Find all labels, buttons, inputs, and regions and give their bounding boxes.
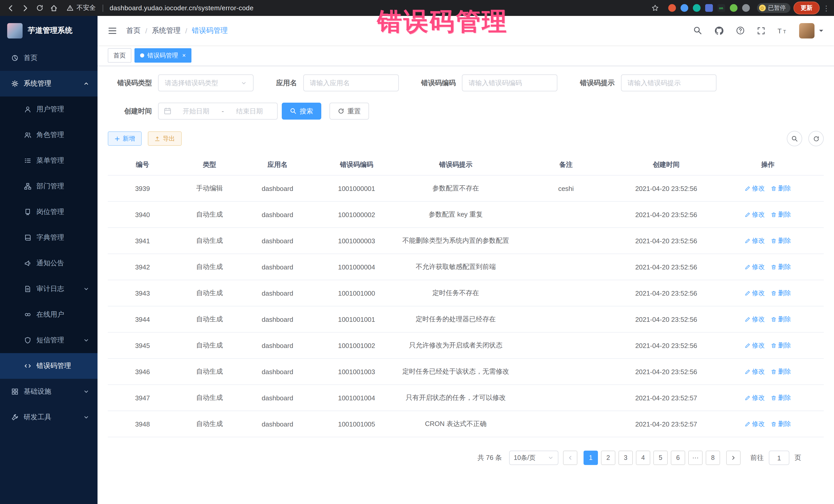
page-button-3[interactable]: 3 [618, 451, 633, 465]
delete-link[interactable]: 删除 [771, 210, 791, 219]
sidebar-item-error-code-management[interactable]: 错误码管理 [0, 353, 97, 379]
toggle-search-button[interactable] [787, 131, 802, 146]
page-button-4[interactable]: 4 [636, 451, 650, 465]
drop-icon[interactable] [680, 4, 688, 12]
sidebar-item-system-management[interactable]: 系统管理 [0, 71, 97, 96]
trash-icon [771, 316, 776, 322]
page-button-8[interactable]: 8 [706, 451, 720, 465]
switch-on-icon[interactable]: on [717, 4, 725, 12]
delete-link[interactable]: 删除 [771, 184, 791, 193]
bookmark-star-icon[interactable] [650, 2, 661, 14]
app-name-input[interactable] [303, 74, 398, 91]
sidebar-item-post-management[interactable]: 岗位管理 [0, 199, 97, 225]
delete-link[interactable]: 删除 [771, 263, 791, 271]
delete-link[interactable]: 删除 [771, 393, 791, 402]
hamburger-icon[interactable] [108, 26, 117, 35]
breadcrumb-item[interactable]: 首页 [126, 26, 140, 35]
range-separator: - [221, 107, 225, 115]
github-icon[interactable] [715, 26, 724, 35]
edit-link[interactable]: 修改 [745, 236, 765, 245]
leaf-icon[interactable] [729, 4, 737, 12]
fullscreen-icon[interactable] [757, 26, 765, 35]
sidebar-item-home[interactable]: 首页 [0, 45, 97, 71]
edit-link[interactable]: 修改 [745, 289, 765, 298]
sidebar-item-user-management[interactable]: 用户管理 [0, 96, 97, 122]
refresh-table-button[interactable] [808, 131, 824, 146]
cell-actions: 修改删除 [712, 210, 824, 219]
reload-icon[interactable] [34, 2, 45, 14]
security-label[interactable]: 不安全 [76, 4, 96, 12]
cell-hint: 只有开启状态的任务，才可以修改 [400, 393, 511, 402]
error-hint-input[interactable] [621, 74, 716, 91]
tab-2[interactable]: 错误码管理× [134, 48, 192, 63]
sidebar-item-dev-tools[interactable]: 研发工具 [0, 404, 97, 430]
teal-app-icon[interactable] [693, 4, 700, 12]
puzzle-icon[interactable] [742, 4, 750, 12]
tab-1[interactable]: 首页 [108, 48, 131, 63]
edit-link[interactable]: 修改 [745, 420, 765, 428]
edit-link[interactable]: 修改 [745, 184, 765, 193]
close-tab-icon[interactable]: × [182, 52, 186, 59]
chevron-down-icon [241, 80, 247, 86]
prev-page-button[interactable] [563, 451, 577, 465]
reset-button[interactable]: 重置 [329, 103, 369, 119]
sidebar-item-audit-log[interactable]: 审计日志 [0, 276, 97, 302]
error-type-select[interactable]: 请选择错误码类型 [158, 74, 254, 91]
warning-icon [67, 5, 73, 11]
cell-id: 3943 [108, 289, 177, 297]
back-icon[interactable] [5, 2, 17, 14]
sidebar-item-online-user[interactable]: 在线用户 [0, 302, 97, 327]
update-button[interactable]: 更新 [793, 2, 820, 14]
export-button[interactable]: 导出 [148, 131, 182, 146]
breadcrumb-item[interactable]: 系统管理 [152, 26, 181, 35]
delete-link[interactable]: 删除 [771, 315, 791, 324]
help-icon[interactable] [736, 26, 745, 35]
filter-label-time: 创建时间 [108, 107, 158, 116]
edit-link[interactable]: 修改 [745, 367, 765, 376]
cell-id: 3944 [108, 315, 177, 323]
date-range-picker[interactable]: 开始日期 - 结束日期 [158, 103, 278, 119]
logo-image [7, 23, 23, 38]
edit-link[interactable]: 修改 [745, 315, 765, 324]
next-page-button[interactable] [726, 451, 741, 465]
sidebar-item-role-management[interactable]: 角色管理 [0, 122, 97, 148]
edit-link[interactable]: 修改 [745, 341, 765, 350]
paused-badge[interactable]: ☺ 已暂停 [757, 3, 790, 13]
adblock-icon[interactable] [668, 4, 676, 12]
sidebar-item-notice[interactable]: 通知公告 [0, 250, 97, 276]
delete-link[interactable]: 删除 [771, 236, 791, 245]
search-button[interactable]: 搜索 [282, 103, 321, 119]
page-button-6[interactable]: 6 [671, 451, 685, 465]
page-size-select[interactable]: 10条/页 [509, 451, 558, 465]
sidebar-item-sms-management[interactable]: 短信管理 [0, 327, 97, 353]
sidebar-item-dict-management[interactable]: 字典管理 [0, 225, 97, 250]
app-logo[interactable]: 芋道管理系统 [0, 16, 97, 45]
sidebar-item-infrastructure[interactable]: 基础设施 [0, 379, 97, 404]
more-pages-button[interactable]: ··· [688, 451, 703, 465]
forward-icon[interactable] [20, 2, 31, 14]
delete-link[interactable]: 删除 [771, 367, 791, 376]
avatar[interactable] [799, 23, 814, 38]
error-code-input[interactable] [462, 74, 557, 91]
browser-menu-icon[interactable]: ⋮ [823, 4, 829, 12]
add-button[interactable]: 新增 [108, 131, 142, 146]
delete-link[interactable]: 删除 [771, 341, 791, 350]
cell-app: dashboard [242, 394, 313, 401]
edit-link[interactable]: 修改 [745, 210, 765, 219]
delete-link[interactable]: 删除 [771, 420, 791, 428]
search-icon[interactable] [694, 26, 702, 35]
caret-down-icon[interactable] [819, 28, 824, 33]
sidebar-item-menu-management[interactable]: 菜单管理 [0, 148, 97, 174]
page-button-2[interactable]: 2 [601, 451, 615, 465]
page-button-5[interactable]: 5 [653, 451, 668, 465]
edit-link[interactable]: 修改 [745, 393, 765, 402]
edit-link[interactable]: 修改 [745, 263, 765, 271]
apps-grid-icon[interactable] [705, 4, 712, 12]
delete-link[interactable]: 删除 [771, 289, 791, 298]
font-size-icon[interactable]: TT [777, 26, 787, 35]
sidebar-item-dept-management[interactable]: 部门管理 [0, 174, 97, 199]
goto-page-input[interactable] [769, 451, 789, 465]
header-actions: TT [694, 23, 824, 38]
page-button-1[interactable]: 1 [584, 451, 598, 465]
home-icon[interactable] [48, 2, 60, 14]
